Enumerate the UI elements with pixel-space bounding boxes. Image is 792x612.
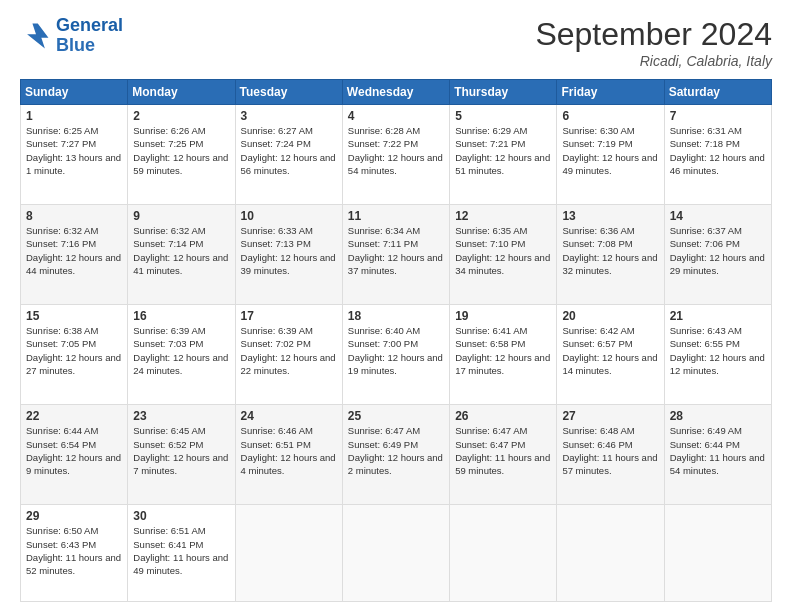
day-info: Sunrise: 6:49 AM Sunset: 6:44 PM Dayligh… xyxy=(670,424,766,477)
day-number: 29 xyxy=(26,509,122,523)
title-block: September 2024 Ricadi, Calabria, Italy xyxy=(535,16,772,69)
day-number: 7 xyxy=(670,109,766,123)
day-number: 19 xyxy=(455,309,551,323)
day-number: 23 xyxy=(133,409,229,423)
day-info: Sunrise: 6:43 AM Sunset: 6:55 PM Dayligh… xyxy=(670,324,766,377)
day-header-wednesday: Wednesday xyxy=(342,80,449,105)
logo-blue: Blue xyxy=(56,36,123,56)
day-cell: 3 Sunrise: 6:27 AM Sunset: 7:24 PM Dayli… xyxy=(235,105,342,205)
day-cell: 4 Sunrise: 6:28 AM Sunset: 7:22 PM Dayli… xyxy=(342,105,449,205)
day-info: Sunrise: 6:40 AM Sunset: 7:00 PM Dayligh… xyxy=(348,324,444,377)
week-row-5: 29 Sunrise: 6:50 AM Sunset: 6:43 PM Dayl… xyxy=(21,505,772,602)
day-number: 25 xyxy=(348,409,444,423)
day-header-row: SundayMondayTuesdayWednesdayThursdayFrid… xyxy=(21,80,772,105)
calendar-table: SundayMondayTuesdayWednesdayThursdayFrid… xyxy=(20,79,772,602)
day-info: Sunrise: 6:47 AM Sunset: 6:47 PM Dayligh… xyxy=(455,424,551,477)
logo: General Blue xyxy=(20,16,123,56)
day-cell: 20 Sunrise: 6:42 AM Sunset: 6:57 PM Dayl… xyxy=(557,305,664,405)
day-cell: 21 Sunrise: 6:43 AM Sunset: 6:55 PM Dayl… xyxy=(664,305,771,405)
day-cell: 24 Sunrise: 6:46 AM Sunset: 6:51 PM Dayl… xyxy=(235,405,342,505)
day-cell: 18 Sunrise: 6:40 AM Sunset: 7:00 PM Dayl… xyxy=(342,305,449,405)
day-number: 21 xyxy=(670,309,766,323)
day-cell: 27 Sunrise: 6:48 AM Sunset: 6:46 PM Dayl… xyxy=(557,405,664,505)
day-header-thursday: Thursday xyxy=(450,80,557,105)
day-number: 9 xyxy=(133,209,229,223)
week-row-1: 1 Sunrise: 6:25 AM Sunset: 7:27 PM Dayli… xyxy=(21,105,772,205)
week-row-4: 22 Sunrise: 6:44 AM Sunset: 6:54 PM Dayl… xyxy=(21,405,772,505)
day-header-monday: Monday xyxy=(128,80,235,105)
day-info: Sunrise: 6:45 AM Sunset: 6:52 PM Dayligh… xyxy=(133,424,229,477)
day-cell xyxy=(235,505,342,602)
day-number: 28 xyxy=(670,409,766,423)
day-cell: 17 Sunrise: 6:39 AM Sunset: 7:02 PM Dayl… xyxy=(235,305,342,405)
day-number: 18 xyxy=(348,309,444,323)
day-info: Sunrise: 6:29 AM Sunset: 7:21 PM Dayligh… xyxy=(455,124,551,177)
day-info: Sunrise: 6:34 AM Sunset: 7:11 PM Dayligh… xyxy=(348,224,444,277)
day-number: 13 xyxy=(562,209,658,223)
day-info: Sunrise: 6:39 AM Sunset: 7:03 PM Dayligh… xyxy=(133,324,229,377)
day-info: Sunrise: 6:27 AM Sunset: 7:24 PM Dayligh… xyxy=(241,124,337,177)
day-info: Sunrise: 6:31 AM Sunset: 7:18 PM Dayligh… xyxy=(670,124,766,177)
header: General Blue September 2024 Ricadi, Cala… xyxy=(20,16,772,69)
logo-text: General Blue xyxy=(56,16,123,56)
day-info: Sunrise: 6:44 AM Sunset: 6:54 PM Dayligh… xyxy=(26,424,122,477)
day-header-friday: Friday xyxy=(557,80,664,105)
day-number: 1 xyxy=(26,109,122,123)
page: General Blue September 2024 Ricadi, Cala… xyxy=(0,0,792,612)
svg-marker-0 xyxy=(27,23,48,48)
day-cell: 16 Sunrise: 6:39 AM Sunset: 7:03 PM Dayl… xyxy=(128,305,235,405)
day-cell xyxy=(342,505,449,602)
day-info: Sunrise: 6:36 AM Sunset: 7:08 PM Dayligh… xyxy=(562,224,658,277)
day-number: 15 xyxy=(26,309,122,323)
day-cell xyxy=(664,505,771,602)
day-cell: 6 Sunrise: 6:30 AM Sunset: 7:19 PM Dayli… xyxy=(557,105,664,205)
day-header-saturday: Saturday xyxy=(664,80,771,105)
day-info: Sunrise: 6:39 AM Sunset: 7:02 PM Dayligh… xyxy=(241,324,337,377)
day-info: Sunrise: 6:32 AM Sunset: 7:16 PM Dayligh… xyxy=(26,224,122,277)
week-row-3: 15 Sunrise: 6:38 AM Sunset: 7:05 PM Dayl… xyxy=(21,305,772,405)
day-number: 2 xyxy=(133,109,229,123)
location: Ricadi, Calabria, Italy xyxy=(535,53,772,69)
day-info: Sunrise: 6:32 AM Sunset: 7:14 PM Dayligh… xyxy=(133,224,229,277)
day-info: Sunrise: 6:48 AM Sunset: 6:46 PM Dayligh… xyxy=(562,424,658,477)
week-row-2: 8 Sunrise: 6:32 AM Sunset: 7:16 PM Dayli… xyxy=(21,205,772,305)
day-cell: 22 Sunrise: 6:44 AM Sunset: 6:54 PM Dayl… xyxy=(21,405,128,505)
day-cell: 13 Sunrise: 6:36 AM Sunset: 7:08 PM Dayl… xyxy=(557,205,664,305)
day-cell: 14 Sunrise: 6:37 AM Sunset: 7:06 PM Dayl… xyxy=(664,205,771,305)
day-cell: 2 Sunrise: 6:26 AM Sunset: 7:25 PM Dayli… xyxy=(128,105,235,205)
day-number: 22 xyxy=(26,409,122,423)
day-number: 16 xyxy=(133,309,229,323)
day-cell: 9 Sunrise: 6:32 AM Sunset: 7:14 PM Dayli… xyxy=(128,205,235,305)
day-number: 24 xyxy=(241,409,337,423)
day-number: 26 xyxy=(455,409,551,423)
day-number: 5 xyxy=(455,109,551,123)
day-cell: 28 Sunrise: 6:49 AM Sunset: 6:44 PM Dayl… xyxy=(664,405,771,505)
day-info: Sunrise: 6:46 AM Sunset: 6:51 PM Dayligh… xyxy=(241,424,337,477)
day-cell: 15 Sunrise: 6:38 AM Sunset: 7:05 PM Dayl… xyxy=(21,305,128,405)
day-cell: 19 Sunrise: 6:41 AM Sunset: 6:58 PM Dayl… xyxy=(450,305,557,405)
day-info: Sunrise: 6:33 AM Sunset: 7:13 PM Dayligh… xyxy=(241,224,337,277)
day-info: Sunrise: 6:26 AM Sunset: 7:25 PM Dayligh… xyxy=(133,124,229,177)
day-number: 14 xyxy=(670,209,766,223)
day-number: 10 xyxy=(241,209,337,223)
day-header-sunday: Sunday xyxy=(21,80,128,105)
day-number: 12 xyxy=(455,209,551,223)
day-number: 3 xyxy=(241,109,337,123)
day-number: 11 xyxy=(348,209,444,223)
day-info: Sunrise: 6:35 AM Sunset: 7:10 PM Dayligh… xyxy=(455,224,551,277)
day-info: Sunrise: 6:41 AM Sunset: 6:58 PM Dayligh… xyxy=(455,324,551,377)
day-cell: 11 Sunrise: 6:34 AM Sunset: 7:11 PM Dayl… xyxy=(342,205,449,305)
day-info: Sunrise: 6:51 AM Sunset: 6:41 PM Dayligh… xyxy=(133,524,229,577)
day-number: 8 xyxy=(26,209,122,223)
day-cell xyxy=(450,505,557,602)
day-info: Sunrise: 6:38 AM Sunset: 7:05 PM Dayligh… xyxy=(26,324,122,377)
day-cell xyxy=(557,505,664,602)
day-cell: 1 Sunrise: 6:25 AM Sunset: 7:27 PM Dayli… xyxy=(21,105,128,205)
day-number: 20 xyxy=(562,309,658,323)
day-info: Sunrise: 6:28 AM Sunset: 7:22 PM Dayligh… xyxy=(348,124,444,177)
month-title: September 2024 xyxy=(535,16,772,53)
day-cell: 7 Sunrise: 6:31 AM Sunset: 7:18 PM Dayli… xyxy=(664,105,771,205)
day-cell: 5 Sunrise: 6:29 AM Sunset: 7:21 PM Dayli… xyxy=(450,105,557,205)
day-number: 27 xyxy=(562,409,658,423)
day-info: Sunrise: 6:25 AM Sunset: 7:27 PM Dayligh… xyxy=(26,124,122,177)
